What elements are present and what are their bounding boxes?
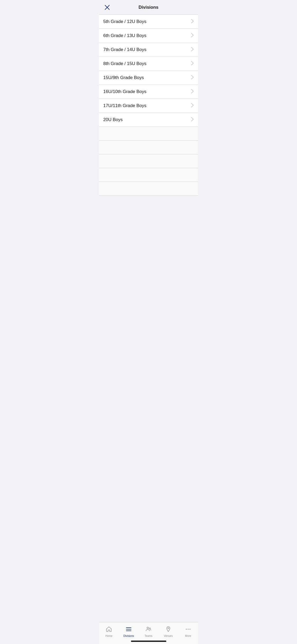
empty-row-3 bbox=[99, 154, 198, 168]
chevron-right-icon bbox=[191, 19, 194, 24]
list-item-label: 15U/9th Grade Boys bbox=[103, 75, 144, 80]
chevron-right-icon bbox=[191, 61, 194, 66]
list-item[interactable]: 15U/9th Grade Boys bbox=[99, 71, 198, 85]
list-item[interactable]: 5th Grade / 12U Boys bbox=[99, 15, 198, 29]
list-item[interactable]: 6th Grade / 13U Boys bbox=[99, 29, 198, 43]
chevron-right-icon bbox=[191, 33, 194, 38]
close-icon bbox=[104, 4, 110, 10]
list-item-label: 6th Grade / 13U Boys bbox=[103, 33, 146, 38]
chevron-right-icon bbox=[191, 103, 194, 108]
chevron-right-icon bbox=[191, 89, 194, 94]
empty-row-1 bbox=[99, 127, 198, 141]
empty-row-5 bbox=[99, 182, 198, 196]
list-item-label: 16U/10th Grade Boys bbox=[103, 89, 146, 94]
list-item[interactable]: 17U/11th Grade Boys bbox=[99, 99, 198, 113]
list-item-label: 5th Grade / 12U Boys bbox=[103, 19, 146, 24]
chevron-right-icon bbox=[191, 47, 194, 52]
chevron-right-icon bbox=[191, 117, 194, 122]
navigation-bar: Divisions bbox=[99, 0, 198, 15]
empty-row-2 bbox=[99, 141, 198, 154]
empty-rows bbox=[99, 127, 198, 196]
chevron-right-icon bbox=[191, 75, 194, 80]
list-item[interactable]: 16U/10th Grade Boys bbox=[99, 85, 198, 99]
close-button[interactable] bbox=[103, 3, 111, 11]
page-title: Divisions bbox=[139, 5, 159, 10]
list-item[interactable]: 20U Boys bbox=[99, 113, 198, 127]
divisions-list: 5th Grade / 12U Boys6th Grade / 13U Boys… bbox=[99, 15, 198, 127]
list-item-label: 17U/11th Grade Boys bbox=[103, 103, 146, 108]
list-item[interactable]: 8th Grade / 15U Boys bbox=[99, 57, 198, 71]
list-item-label: 8th Grade / 15U Boys bbox=[103, 61, 146, 66]
list-item-label: 20U Boys bbox=[103, 117, 123, 122]
empty-row-4 bbox=[99, 168, 198, 182]
list-item[interactable]: 7th Grade / 14U Boys bbox=[99, 43, 198, 57]
list-item-label: 7th Grade / 14U Boys bbox=[103, 47, 146, 52]
